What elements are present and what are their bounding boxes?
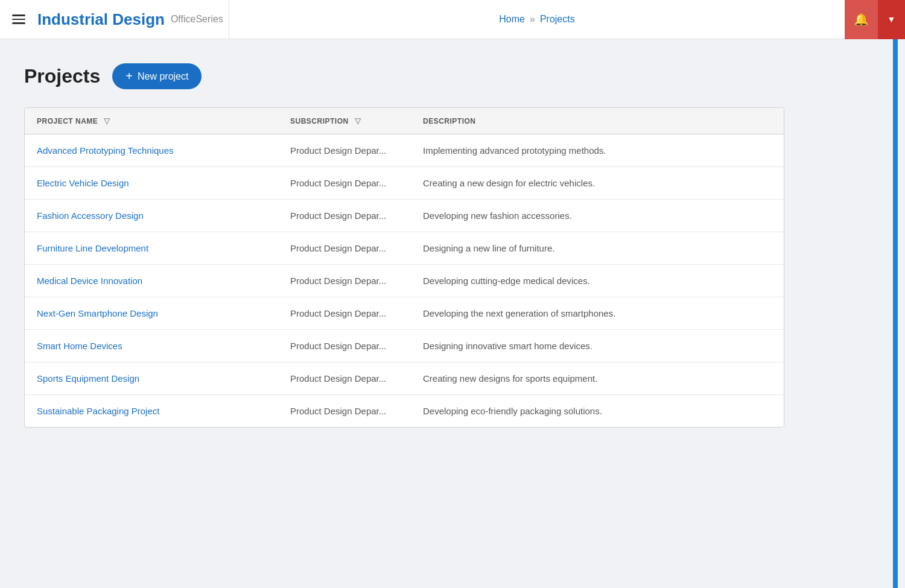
cell-description: Developing the next generation of smartp… (411, 297, 784, 330)
project-name-link[interactable]: Medical Device Innovation (37, 276, 142, 286)
cell-subscription: Product Design Depar... (278, 362, 411, 395)
cell-description: Creating new designs for sports equipmen… (411, 362, 784, 395)
table-row: Fashion Accessory DesignProduct Design D… (25, 200, 784, 232)
page-title: Projects (24, 65, 100, 87)
app-subtitle: OfficeSeries (171, 14, 223, 25)
cell-project-name: Advanced Prototyping Techniques (25, 134, 278, 167)
project-name-link[interactable]: Sustainable Packaging Project (37, 406, 159, 416)
breadcrumb-separator: » (530, 14, 535, 25)
project-name-link[interactable]: Sports Equipment Design (37, 373, 139, 384)
cell-project-name: Sustainable Packaging Project (25, 395, 278, 428)
cell-subscription: Product Design Depar... (278, 395, 411, 428)
cell-subscription: Product Design Depar... (278, 134, 411, 167)
filter-project-icon[interactable]: ▽ (104, 116, 110, 125)
scrollbar-accent (893, 39, 898, 588)
breadcrumb-current: Projects (540, 14, 575, 25)
cell-project-name: Furniture Line Development (25, 232, 278, 265)
cell-project-name: Medical Device Innovation (25, 265, 278, 297)
filter-subscription-icon[interactable]: ▽ (355, 116, 361, 125)
cell-project-name: Next-Gen Smartphone Design (25, 297, 278, 330)
project-name-link[interactable]: Electric Vehicle Design (37, 178, 129, 188)
cell-subscription: Product Design Depar... (278, 330, 411, 362)
user-dropdown-button[interactable]: ▼ (878, 0, 905, 39)
cell-subscription: Product Design Depar... (278, 297, 411, 330)
page-header: Projects + New project (24, 63, 881, 89)
col-header-subscription: SUBSCRIPTION ▽ (278, 108, 411, 134)
col-header-project-name: PROJECT NAME ▽ (25, 108, 278, 134)
header-actions: 🔔 ▼ (845, 0, 905, 39)
breadcrumb: Home » Projects (229, 14, 845, 25)
cell-subscription: Product Design Depar... (278, 265, 411, 297)
cell-subscription: Product Design Depar... (278, 167, 411, 200)
table-row: Sports Equipment DesignProduct Design De… (25, 362, 784, 395)
table-row: Medical Device InnovationProduct Design … (25, 265, 784, 297)
app-title: Industrial Design (37, 10, 165, 29)
table-row: Electric Vehicle DesignProduct Design De… (25, 167, 784, 200)
project-name-link[interactable]: Advanced Prototyping Techniques (37, 145, 174, 156)
table-body: Advanced Prototyping TechniquesProduct D… (25, 134, 784, 428)
projects-table-container: PROJECT NAME ▽ SUBSCRIPTION ▽ DESCRIPTIO… (24, 107, 784, 428)
table-row: Next-Gen Smartphone DesignProduct Design… (25, 297, 784, 330)
table-row: Smart Home DevicesProduct Design Depar..… (25, 330, 784, 362)
new-project-button[interactable]: + New project (112, 63, 202, 89)
cell-subscription: Product Design Depar... (278, 232, 411, 265)
project-name-link[interactable]: Next-Gen Smartphone Design (37, 308, 158, 318)
project-name-link[interactable]: Smart Home Devices (37, 341, 122, 351)
cell-description: Implementing advanced prototyping method… (411, 134, 784, 167)
cell-project-name: Electric Vehicle Design (25, 167, 278, 200)
table-row: Advanced Prototyping TechniquesProduct D… (25, 134, 784, 167)
project-name-link[interactable]: Fashion Accessory Design (37, 210, 144, 221)
header-left: Industrial Design OfficeSeries (0, 0, 229, 39)
breadcrumb-home[interactable]: Home (499, 14, 525, 25)
col-header-description: DESCRIPTION (411, 108, 784, 134)
app-header: Industrial Design OfficeSeries Home » Pr… (0, 0, 905, 39)
cell-description: Developing cutting-edge medical devices. (411, 265, 784, 297)
cell-subscription: Product Design Depar... (278, 200, 411, 232)
cell-project-name: Sports Equipment Design (25, 362, 278, 395)
cell-description: Creating a new design for electric vehic… (411, 167, 784, 200)
hamburger-menu[interactable] (12, 14, 25, 24)
cell-project-name: Fashion Accessory Design (25, 200, 278, 232)
notifications-button[interactable]: 🔔 (845, 0, 878, 39)
main-content: Projects + New project PROJECT NAME ▽ (0, 39, 905, 452)
projects-table: PROJECT NAME ▽ SUBSCRIPTION ▽ DESCRIPTIO… (25, 108, 784, 427)
table-header: PROJECT NAME ▽ SUBSCRIPTION ▽ DESCRIPTIO… (25, 108, 784, 134)
table-row: Sustainable Packaging ProjectProduct Des… (25, 395, 784, 428)
cell-description: Designing innovative smart home devices. (411, 330, 784, 362)
cell-project-name: Smart Home Devices (25, 330, 278, 362)
cell-description: Designing a new line of furniture. (411, 232, 784, 265)
project-name-link[interactable]: Furniture Line Development (37, 243, 148, 253)
cell-description: Developing new fashion accessories. (411, 200, 784, 232)
cell-description: Developing eco-friendly packaging soluti… (411, 395, 784, 428)
bell-icon: 🔔 (854, 12, 869, 27)
plus-icon: + (125, 69, 133, 83)
chevron-down-icon: ▼ (888, 14, 896, 24)
table-row: Furniture Line DevelopmentProduct Design… (25, 232, 784, 265)
new-project-label: New project (138, 71, 188, 82)
